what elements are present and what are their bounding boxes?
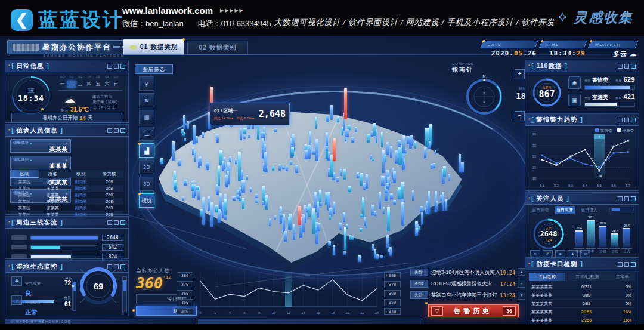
checkpoint-row[interactable]: 某某某某某0/3110% [529,283,635,291]
map-data-bar [330,105,332,120]
layer-button-mode-3d[interactable]: 3D [139,177,154,191]
minimize-icon[interactable] [618,196,623,201]
expand-icon[interactable] [631,262,636,267]
layer-button-mode-2d[interactable]: 2D [139,160,154,174]
minimize-icon[interactable] [618,118,623,122]
arrow-left-icon[interactable]: ▶ [72,283,75,288]
focus-tab[interactable]: 当日离开 [555,206,575,214]
expand-icon[interactable] [120,64,125,69]
phone-icon[interactable]: ✆ [543,250,553,257]
weekday-cn[interactable]: 二 [67,81,76,88]
bar-value-label: 219 [600,221,606,225]
layer-filter-title: 图层筛选 [135,64,173,74]
focus-scrollbar[interactable] [609,208,634,211]
dashboard-topbar: 暑期办公协作平台 SUMMER WORKING PLATFORM 01 数据类别… [0,36,644,58]
weekday-cn[interactable]: 四 [85,81,94,88]
website-link[interactable]: www.lanlanwork.com [122,5,213,16]
dots-decoration: ········· [583,118,614,122]
flow-value: 2648 [102,235,123,241]
expand-icon[interactable] [631,118,636,122]
alert-history-label: 告警历史 [443,307,503,316]
window-icon[interactable] [114,220,119,225]
duty-table-row[interactable]: 某某区张某某副局长268 [10,205,123,211]
y-axis-value: 370 [384,281,401,288]
count-label: 数量 [615,79,621,82]
map-data-bar [336,177,339,182]
zoom-out-button[interactable]: − [515,111,525,121]
duty-table-row[interactable]: 某某区张某某副局长268 [10,192,123,198]
expand-icon[interactable] [120,220,125,225]
alert-item[interactable]: 类型2RD13-53烟感报警疑似火灾17:24 [410,279,515,288]
map-data-bar [239,187,242,196]
map-data-bar [242,198,244,208]
car-icon[interactable]: ⊙ [530,250,540,257]
collect-label: 灵感收集 [574,8,633,27]
tab-data-category-2[interactable]: 02 数据类别 [187,41,248,55]
weekday-en: FR [94,75,103,79]
checkpoint-row[interactable]: 某某某某某0/890% [529,300,635,308]
duty-leader-card[interactable]: 值班领导▸⋯ ◉某某某 [10,156,71,169]
window-icon[interactable] [114,64,119,69]
weather-cloud-icon: ☁ [64,92,75,106]
checkpoint-row[interactable]: 某某某某某2/26816% [529,316,635,324]
window-icon[interactable] [624,196,629,201]
window-icon[interactable] [624,262,629,267]
layer-button-signal-icon[interactable]: ≋ [139,93,154,107]
zoom-in-button[interactable]: + [515,69,525,79]
minimize-icon[interactable] [618,262,623,267]
scroll-dot-icon[interactable]: ● [518,280,525,288]
duty-leader-card[interactable]: 值班领导▸⋯ ◉某某某 [10,139,71,153]
weekday-cn[interactable]: 三 [76,81,85,88]
layer-button-blocks-icon[interactable]: ▦ [139,110,154,124]
minimize-icon[interactable] [618,64,623,69]
window-icon[interactable] [624,64,629,69]
scroll-up-icon[interactable]: ▲ [518,268,525,276]
map-data-bar [393,200,396,205]
map-data-bar [433,163,435,168]
scroll-down-icon[interactable]: ▼ [518,292,525,300]
checkpoint-rate: 16% [608,308,635,316]
alert-type-tag: 类型4 [410,291,428,299]
window-icon[interactable] [114,128,119,133]
duty-cell: 268 [95,198,124,205]
layer-button-location-icon[interactable]: ⚲ [139,76,154,91]
duty-table-row[interactable]: 某某区张某某副局长268 [10,178,123,185]
compass-dial[interactable]: N ⌃ ⌄ [462,73,507,118]
corner-tick: * [8,128,10,133]
minimize-icon[interactable] [107,128,112,133]
map-data-bar [317,223,320,231]
weekday-cn[interactable]: 六 [103,81,112,88]
expand-icon[interactable] [120,264,125,269]
map-data-bar [401,202,404,225]
weekday-cn[interactable]: 日 [112,81,120,88]
inspiration-collect[interactable]: ✧ 灵感收集 [556,8,633,27]
tab-data-category-1[interactable]: 01 数据类别 [123,39,184,55]
gauge-scrollbar[interactable] [122,276,127,313]
minimize-icon[interactable] [107,220,112,225]
checkpoint-rate: 0% [608,300,635,307]
target-icon[interactable]: ⊕ [555,250,565,257]
focus-gauge-value: 2648 [540,230,558,238]
weekday-cn[interactable]: 一 [58,81,67,88]
weekday-cn[interactable]: 五 [94,81,103,88]
alert-item[interactable]: 类型4某路口有小汽车连闯三个红灯13:24 [410,291,515,300]
layer-button-list-icon[interactable]: ☰ [139,127,154,141]
alert-history-banner[interactable]: ▽ 告警历史 36 [428,304,519,317]
layer-button-mode-plate[interactable]: 板块 [139,193,154,208]
flow-row: 2648 [11,233,123,242]
minimize-icon[interactable] [107,64,112,69]
checkpoint-row[interactable]: 某某某某某0/890% [529,291,635,300]
brand-logo[interactable]: ❮ 蓝蓝设计 [11,7,124,33]
expand-icon[interactable] [631,196,636,201]
expand-icon[interactable] [120,128,125,133]
focus-tab[interactable]: 当日新增 [530,206,550,214]
duty-table-row[interactable]: 某某区王某某副局长268 [10,185,123,192]
layer-button-barchart-icon[interactable]: ▟ [139,143,154,158]
expand-icon[interactable] [631,64,636,69]
map-data-bar [333,202,335,214]
alert-item[interactable]: 类型1湿地3-104片区有不明人员闯入19:24 [410,268,515,277]
svg-text:5.1: 5.1 [540,184,544,187]
checkpoint-row[interactable]: 某某某某某2/15616% [529,308,635,316]
window-icon[interactable] [624,118,629,122]
duty-table-row[interactable]: 某某区王某某副局长268 [10,198,123,205]
